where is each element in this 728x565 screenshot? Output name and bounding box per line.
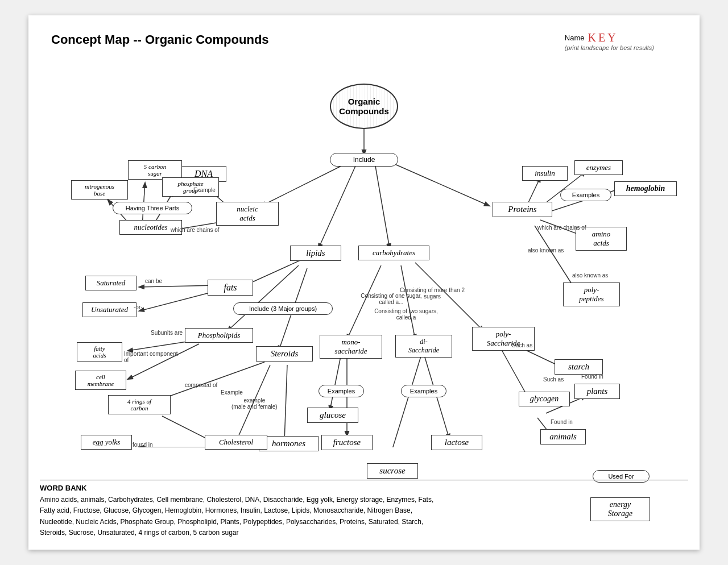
examples-mono: Examples xyxy=(318,385,364,397)
label-chains-left: which are chains of xyxy=(171,227,220,233)
name-value: KEY xyxy=(588,31,618,44)
fatty-acids-label: fatty acids xyxy=(93,345,106,359)
animals-label: animals xyxy=(549,432,577,442)
examples-di-label: Examples xyxy=(410,388,437,394)
concept-map: Organic Compounds Include DNA nucleic ac… xyxy=(40,72,688,447)
label-subunits: Subunits are xyxy=(151,330,183,336)
svg-line-4 xyxy=(392,163,489,206)
label-such-as-1: Such as xyxy=(512,342,532,348)
unsaturated-label: Unsaturated xyxy=(91,305,128,314)
proteins-label: Proteins xyxy=(508,205,536,214)
label-composed-of: composed of xyxy=(185,382,217,388)
having-three-parts-label: Having Three Parts xyxy=(126,205,180,211)
node-fatty-acids: fatty acids xyxy=(77,342,122,362)
phospholipids-label: Phospholipids xyxy=(198,331,240,340)
label-chains-right: which are chains of xyxy=(537,225,586,231)
node-carbohydrates: carbohydrates xyxy=(358,246,429,260)
node-glucose: glucose xyxy=(307,408,358,423)
word-bank-text: Amino acids, animals, Carbohydrates, Cel… xyxy=(40,495,688,538)
label-example-male-female: example (male and female) xyxy=(231,397,278,410)
saturated-label: Saturated xyxy=(97,279,126,288)
node-fats: fats xyxy=(208,280,253,296)
label-consisting-more: Consisting of more than 2 sugars xyxy=(395,287,469,300)
organic-compounds-label: Organic Compounds xyxy=(339,97,389,116)
label-found-in-plants: Found in xyxy=(581,373,603,380)
word-bank: WORD BANK Amino acids, animals, Carbohyd… xyxy=(40,480,688,538)
four-rings-label: 4 rings of carbon xyxy=(127,398,151,412)
cholesterol-label: Cholesterol xyxy=(219,438,253,447)
label-or: -or- xyxy=(134,304,143,310)
enzymes-label: enzymes xyxy=(586,163,611,172)
fructose-label: fructose xyxy=(333,438,361,447)
node-cell-membrane: cell membrane xyxy=(75,371,126,390)
node-egg-yolks: egg yolks xyxy=(81,435,132,450)
svg-line-28 xyxy=(387,356,421,447)
label-example-cap: Example xyxy=(221,389,243,396)
include-label: Include xyxy=(353,156,375,164)
node-phospholipids: Phospholipids xyxy=(185,328,253,343)
word-bank-title: WORD BANK xyxy=(40,484,688,492)
page-title: Concept Map -- Organic Compounds xyxy=(51,32,269,47)
nucleotides-label: nucleotides xyxy=(134,223,167,232)
monosaccharide-label: mono- saccharide xyxy=(334,338,367,356)
svg-line-3 xyxy=(375,166,390,248)
label-can-be: can be xyxy=(145,278,162,284)
name-area: Name KEY (print landscape for best resul… xyxy=(565,31,654,51)
node-unsaturated: Unsaturated xyxy=(82,302,136,317)
node-insulin: insulin xyxy=(522,166,568,181)
label-important-component: Important component of xyxy=(124,351,181,363)
node-hormones: hormones xyxy=(259,436,318,451)
node-cholesterol: Cholesterol xyxy=(205,435,267,450)
cell-membrane-label: cell membrane xyxy=(88,373,114,387)
include-3-major-label: Include (3 Major groups) xyxy=(249,305,317,312)
node-disaccharide: di- Saccharide xyxy=(395,335,452,358)
lactose-label: lactose xyxy=(445,438,469,447)
polypeptides-label: poly- peptides xyxy=(579,285,603,304)
node-nucleic-acids: nucleic acids xyxy=(216,202,279,226)
node-animals: animals xyxy=(540,429,586,444)
print-note: (print landscape for best results) xyxy=(565,44,654,51)
node-four-rings: 4 rings of carbon xyxy=(108,395,171,414)
label-such-as-2: Such as xyxy=(543,376,564,383)
svg-line-35 xyxy=(535,226,574,288)
node-lipids: lipids xyxy=(290,246,341,261)
label-consisting-two: Consisting of two sugars, called a xyxy=(372,308,440,321)
node-proteins: Proteins xyxy=(493,202,552,217)
nitrogenous-base-label: nitrogenous base xyxy=(85,183,114,197)
node-sucrose: sucrose xyxy=(367,463,418,479)
five-carbon-sugar-label: 5 carbon sugar xyxy=(144,163,166,177)
insulin-label: insulin xyxy=(535,169,555,178)
sucrose-label: sucrose xyxy=(379,466,405,476)
having-three-parts: Having Three Parts xyxy=(113,202,192,214)
label-found-in-egg: found in xyxy=(133,442,153,448)
glycogen-label: glycogen xyxy=(530,394,559,404)
node-saturated: Saturated xyxy=(85,276,136,290)
label-also-known-left: also known as xyxy=(528,247,564,254)
node-monosaccharide: mono- saccharide xyxy=(320,335,382,359)
nucleic-acids-label: nucleic acids xyxy=(237,205,258,223)
node-five-carbon-sugar: 5 carbon sugar xyxy=(128,160,182,180)
label-found-in-animals: Found in xyxy=(551,419,573,425)
egg-yolks-label: egg yolks xyxy=(93,438,121,447)
include-3-major: Include (3 Major groups) xyxy=(233,302,333,315)
examples-right: Examples xyxy=(560,189,611,201)
node-plants: plants xyxy=(574,384,620,399)
label-also-known-right: also known as xyxy=(572,272,608,279)
node-steroids: Steroids xyxy=(256,346,313,362)
node-starch: starch xyxy=(555,359,603,375)
lipids-label: lipids xyxy=(306,248,325,258)
disaccharide-label: di- Saccharide xyxy=(408,338,439,355)
node-polypeptides: poly- peptides xyxy=(563,282,620,306)
starch-label: starch xyxy=(568,362,589,372)
svg-line-2 xyxy=(318,166,355,248)
name-label: Name xyxy=(565,34,585,42)
label-example-dna: Example xyxy=(193,187,216,193)
node-fructose: fructose xyxy=(321,435,373,450)
hormones-label: hormones xyxy=(272,439,305,448)
node-enzymes: enzymes xyxy=(574,160,623,175)
carbohydrates-label: carbohydrates xyxy=(373,248,415,257)
svg-line-11 xyxy=(228,265,299,331)
node-nitrogenous-base: nitrogenous base xyxy=(71,180,128,200)
node-organic-compounds: Organic Compounds xyxy=(330,84,398,129)
examples-mono-label: Examples xyxy=(328,388,355,394)
